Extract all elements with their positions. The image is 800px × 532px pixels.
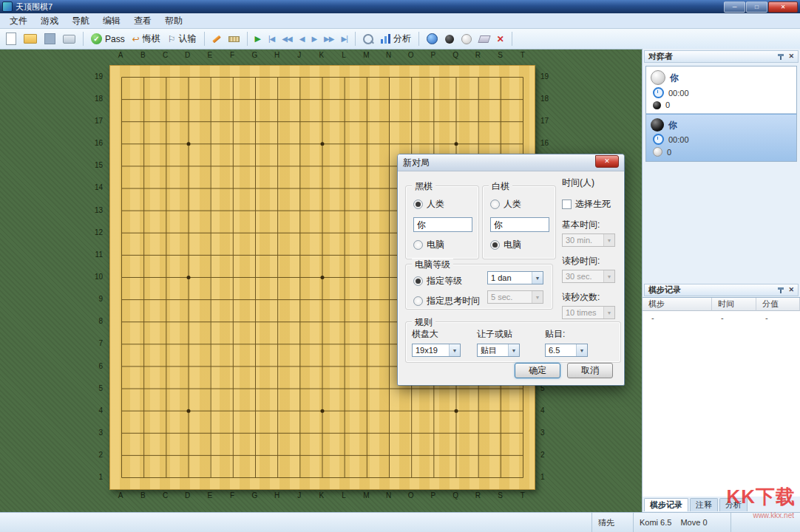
menu-help[interactable]: 帮助 bbox=[158, 13, 189, 29]
komi-select[interactable]: 6.5 ▼ bbox=[545, 344, 588, 357]
black-name-input[interactable] bbox=[413, 217, 472, 232]
menu-file[interactable]: 文件 bbox=[3, 13, 34, 29]
white-stone-button[interactable] bbox=[458, 33, 475, 46]
player-row-black[interactable]: 你 00:00 0 bbox=[646, 114, 796, 161]
pass-check-icon: ✓ bbox=[91, 33, 102, 44]
board-coord-label: 11 bbox=[89, 243, 105, 265]
players-panel-header: 对弈者 ✕ bbox=[644, 50, 799, 63]
dialog-close-button[interactable]: ✕ bbox=[595, 155, 619, 168]
board-coord-label: D bbox=[177, 51, 199, 63]
table-row[interactable]: - - - bbox=[643, 311, 800, 324]
board-coord-label: 13 bbox=[89, 199, 105, 221]
play-button[interactable]: ▶ bbox=[252, 33, 264, 45]
title-bar[interactable]: 天顶围棋7 ─ □ ✕ bbox=[0, 0, 800, 13]
cancel-button[interactable]: 取消 bbox=[567, 363, 613, 378]
save-icon bbox=[44, 33, 55, 44]
nav-fast-back-button[interactable]: ◀◀ bbox=[279, 33, 294, 44]
player-row-white[interactable]: 你 00:00 0 bbox=[646, 66, 796, 114]
nav-last-button[interactable]: ▶| bbox=[338, 33, 350, 44]
board-coord-label: 1 bbox=[538, 466, 555, 488]
pin-icon[interactable] bbox=[778, 53, 784, 60]
column-header-score[interactable]: 分值 bbox=[756, 298, 800, 311]
nav-first-icon: |◀ bbox=[268, 35, 274, 43]
ok-button[interactable]: 确定 bbox=[515, 363, 560, 378]
black-computer-radio[interactable]: 电脑 bbox=[413, 239, 472, 251]
board-coord-label: M bbox=[355, 51, 377, 63]
column-header-time[interactable]: 时间 bbox=[712, 298, 756, 311]
players-list: 你 00:00 0 你 00:00 0 bbox=[645, 66, 797, 162]
menu-view[interactable]: 查看 bbox=[127, 13, 158, 29]
komi-value: 6.5 bbox=[549, 346, 560, 355]
open-button[interactable] bbox=[21, 33, 40, 45]
dialog-title-bar[interactable]: 新对局 ✕ bbox=[398, 154, 624, 171]
panel-close-icon[interactable]: ✕ bbox=[788, 53, 794, 60]
board-coord-label: 19 bbox=[538, 65, 555, 87]
moves-panel-header: 棋步记录 ✕ bbox=[644, 284, 799, 296]
minimize-button[interactable]: ─ bbox=[724, 1, 745, 13]
board-coord-label: T bbox=[512, 491, 534, 503]
life-death-checkbox[interactable]: 选择生死 bbox=[562, 198, 617, 211]
black-human-label: 人类 bbox=[427, 198, 444, 211]
board-coord-label: D bbox=[177, 491, 199, 503]
pin-icon[interactable] bbox=[778, 287, 784, 293]
board-coord-label: 5 bbox=[89, 377, 105, 399]
new-game-button[interactable] bbox=[3, 31, 19, 47]
close-button[interactable]: ✕ bbox=[768, 1, 798, 13]
measure-button[interactable] bbox=[226, 35, 243, 44]
print-button[interactable] bbox=[60, 33, 78, 45]
dropdown-arrow-icon: ▼ bbox=[449, 344, 460, 356]
board-size-value: 19x19 bbox=[416, 346, 438, 355]
tab-move-record[interactable]: 棋步记录 bbox=[644, 498, 688, 511]
board-coord-label: Q bbox=[444, 491, 467, 503]
dialog-title: 新对局 bbox=[403, 157, 430, 169]
player-time: 00:00 bbox=[668, 89, 689, 98]
black-group-label: 黑棋 bbox=[412, 180, 435, 193]
board-coord-label: N bbox=[377, 491, 399, 503]
resign-button[interactable]: ⚐ 认输 bbox=[165, 31, 200, 47]
menu-navigate[interactable]: 导航 bbox=[65, 13, 96, 29]
board-coord-label: R bbox=[467, 51, 489, 63]
maximize-button[interactable]: □ bbox=[746, 1, 767, 13]
byoyomi-time-label: 读秒时间: bbox=[562, 255, 617, 267]
nav-back-button[interactable]: ◀ bbox=[296, 33, 308, 44]
panel-close-icon[interactable]: ✕ bbox=[788, 287, 794, 293]
column-header-move[interactable]: 棋步 bbox=[643, 298, 712, 311]
board-coord-label: E bbox=[199, 491, 221, 503]
save-button[interactable] bbox=[41, 32, 58, 46]
byoyomi-time-value: 30 sec. bbox=[566, 272, 591, 281]
nav-first-button[interactable]: |◀ bbox=[265, 33, 277, 44]
player-time: 00:00 bbox=[668, 135, 689, 144]
white-computer-radio[interactable]: 电脑 bbox=[490, 239, 549, 251]
level-select[interactable]: 1 dan ▼ bbox=[487, 271, 543, 284]
board-coord-label: 4 bbox=[89, 399, 105, 421]
radio-icon bbox=[413, 276, 423, 286]
nav-fast-forward-icon: ▶▶ bbox=[324, 35, 333, 43]
zoom-button[interactable] bbox=[360, 33, 376, 46]
life-death-label: 选择生死 bbox=[575, 198, 611, 211]
network-button[interactable] bbox=[424, 32, 441, 46]
black-human-radio[interactable]: 人类 bbox=[413, 198, 472, 211]
white-human-radio[interactable]: 人类 bbox=[490, 198, 549, 211]
board-size-label: 棋盘大 bbox=[412, 328, 461, 341]
analyze-button[interactable]: 分析 bbox=[378, 31, 414, 47]
pass-button[interactable]: ✓ Pass bbox=[88, 32, 128, 46]
analyze-label: 分析 bbox=[393, 33, 411, 45]
nav-forward-button[interactable]: ▶ bbox=[308, 33, 319, 44]
annotate-button[interactable] bbox=[209, 36, 224, 42]
undo-icon: ↩ bbox=[132, 34, 140, 44]
menu-game[interactable]: 游戏 bbox=[34, 13, 65, 29]
think-time-select: 5 sec. ▼ bbox=[487, 290, 543, 304]
board-coord-label: 16 bbox=[89, 132, 105, 154]
nav-fast-forward-button[interactable]: ▶▶ bbox=[321, 33, 336, 44]
delete-button[interactable]: ✕ bbox=[494, 33, 507, 46]
black-stone-button[interactable] bbox=[442, 33, 457, 45]
tab-analysis[interactable]: 分析 bbox=[719, 498, 748, 511]
undo-move-button[interactable]: ↩ 悔棋 bbox=[129, 31, 163, 47]
board-coord-label: R bbox=[467, 491, 489, 503]
board-size-select[interactable]: 19x19 ▼ bbox=[412, 344, 461, 357]
handicap-select[interactable]: 贴目 ▼ bbox=[477, 344, 520, 357]
menu-edit[interactable]: 编辑 bbox=[96, 13, 127, 29]
white-name-input[interactable] bbox=[490, 217, 549, 232]
tab-comments[interactable]: 注释 bbox=[690, 498, 718, 511]
erase-button[interactable] bbox=[476, 34, 492, 44]
